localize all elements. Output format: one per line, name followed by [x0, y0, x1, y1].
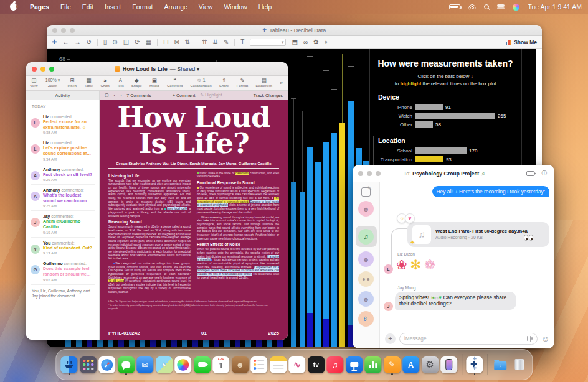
show-me-button[interactable]: Show Me [506, 39, 537, 45]
bar[interactable] [415, 147, 467, 154]
close-button[interactable] [358, 171, 363, 176]
undo-icon[interactable]: ↺ [86, 39, 91, 45]
conversation-trio[interactable]: ☻☻ [358, 271, 374, 287]
comment-item[interactable]: YYou commented:Kind of redundant. Cut?9:… [31, 238, 95, 259]
boxplot-bar[interactable] [339, 123, 345, 347]
text-label-icon[interactable]: T [240, 39, 244, 45]
menu-item-file[interactable]: File [55, 3, 77, 11]
selected-conversation[interactable]: ♫ [356, 226, 377, 247]
pause-icon[interactable]: ◫ [123, 39, 129, 45]
dock-freeform[interactable]: ∿ [288, 356, 305, 373]
dock-downloads[interactable] [491, 356, 508, 373]
boxplot-bar[interactable] [323, 142, 329, 347]
duplicate-icon[interactable]: ⊟ [163, 39, 168, 45]
close-button[interactable] [52, 28, 57, 33]
dock-music[interactable]: ♫ [326, 356, 343, 373]
received-message-bubble[interactable]: Spring vibes! ❧∩♥ Can everyone please sh… [395, 292, 516, 310]
minimize-button[interactable] [40, 67, 45, 72]
tableau-title-bar[interactable]: ✚ Tableau - Decibel Data [47, 25, 542, 36]
boxplot-bar[interactable] [331, 133, 337, 347]
dock-contacts[interactable]: ☻ [232, 356, 249, 373]
dock-calendar[interactable]: APR1 [212, 356, 229, 373]
message-input-field[interactable]: iMessage [399, 333, 538, 345]
dock-facetime[interactable] [194, 356, 211, 373]
menu-clock[interactable]: Tue Apr 1 9:41 AM [528, 3, 582, 11]
menu-app-name[interactable]: Pages [24, 3, 55, 11]
toolbar-chart-button[interactable]: ◕Chart [100, 78, 109, 88]
menu-item-edit[interactable]: Edit [77, 3, 99, 11]
battery-icon[interactable] [449, 4, 460, 9]
tapback-reactions[interactable]: ☼♥ [399, 213, 415, 223]
siri-icon[interactable] [513, 4, 519, 11]
forward-icon[interactable]: → [74, 39, 80, 45]
search-icon[interactable] [484, 4, 489, 9]
dock-launchpad[interactable] [80, 356, 97, 373]
menu-item-window[interactable]: Window [218, 3, 252, 11]
conversation-butterfly[interactable]: ∞ [358, 311, 374, 327]
dock-settings[interactable]: ⚙ [422, 356, 439, 373]
comment-item[interactable]: AAnthony commented:Fact-check on dB leve… [31, 164, 95, 185]
boxplot-bar[interactable] [315, 162, 321, 347]
pages-shared-label[interactable]: — Shared ▾ [170, 66, 200, 72]
window-controls[interactable] [32, 67, 54, 72]
menu-item-insert[interactable]: Insert [99, 3, 126, 11]
analytics-icon[interactable]: ⌖ [324, 39, 328, 46]
fit-selector[interactable]: ▾ [250, 39, 286, 46]
dock-messages[interactable] [118, 356, 135, 373]
tooltip-icon[interactable]: ✿ [313, 39, 318, 45]
eyes-tapback-icon[interactable] [524, 235, 533, 241]
highlight-button[interactable]: ✎ Highlight [200, 93, 222, 98]
back-icon[interactable]: ← [62, 39, 69, 45]
conversation-title[interactable]: Psychology Group Project [412, 170, 479, 177]
dock-tableau[interactable]: ✚✚✚ [466, 356, 483, 373]
wifi-icon[interactable] [468, 4, 476, 10]
dock-finder[interactable] [60, 356, 77, 373]
toolbar-format-button[interactable]: ✎Format [237, 78, 248, 88]
sort-descending-icon[interactable]: ⇊ [213, 39, 218, 45]
window-controls[interactable] [358, 171, 381, 176]
dock-safari[interactable] [98, 356, 115, 373]
toolbar-zoom-button[interactable]: 100% ▾Zoom [45, 78, 60, 88]
bar-row-transportation[interactable]: Transportation93 [372, 156, 519, 163]
bar[interactable] [415, 156, 443, 162]
menu-item-arrange[interactable]: Arrange [158, 3, 192, 11]
toolbar-collaboration-button[interactable]: ☺ 1Collaboration [191, 78, 212, 88]
add-comment-button[interactable]: + Comment [173, 93, 195, 98]
bar-row-school[interactable]: School170 [372, 147, 519, 154]
tapback-icon[interactable]: ♥ [405, 213, 415, 223]
bar-row-iphone[interactable]: iPhone91 [372, 103, 519, 111]
swap-icon[interactable]: ⇅ [185, 39, 190, 45]
dock-keynote[interactable] [346, 356, 363, 373]
next-comment-button[interactable]: › [120, 93, 121, 98]
menu-item-view[interactable]: View [193, 3, 219, 11]
share-icon[interactable]: ∞ [303, 39, 308, 45]
new-worksheet-icon[interactable]: ▦ [146, 39, 151, 45]
boxplot-bar[interactable] [291, 182, 296, 347]
zoom-button[interactable] [70, 28, 75, 33]
save-icon[interactable]: ▯ [103, 39, 107, 45]
sort-ascending-icon[interactable]: ⇈ [202, 39, 207, 45]
toolbar-share-button[interactable]: ⇧Share [219, 78, 229, 88]
facetime-video-icon[interactable] [526, 171, 534, 176]
dock-photos[interactable] [174, 356, 191, 373]
conversation-pink[interactable]: ☻ [358, 201, 374, 217]
boxplot-bar[interactable] [307, 147, 313, 347]
dock-pages[interactable]: ✎ [384, 356, 401, 373]
info-icon[interactable]: ⓘ [542, 170, 548, 177]
toolbar-text-button[interactable]: AText [117, 78, 124, 88]
toolbar-shape-button[interactable]: ◆Shape [131, 78, 142, 88]
prev-comment-button[interactable]: ‹ [114, 93, 115, 98]
toolbar-comment-button[interactable]: ❝Comment [167, 78, 183, 88]
conversation-group-project[interactable]: ♫ [358, 229, 374, 245]
comments-panel-icon[interactable]: ▢ [105, 93, 109, 98]
compose-icon[interactable] [361, 187, 371, 197]
dock-numbers[interactable] [364, 356, 381, 373]
close-button[interactable] [32, 67, 37, 72]
highlighted-text[interactable]: 70 dB LAeq [108, 279, 124, 282]
emoji-picker-icon[interactable]: ☺ [541, 334, 549, 343]
zoom-button[interactable] [376, 171, 381, 176]
bar-row-other[interactable]: Other58 [372, 121, 519, 128]
highlight-icon[interactable]: ✎ [224, 39, 229, 45]
window-controls[interactable] [52, 28, 75, 33]
dock-reminders[interactable] [250, 356, 267, 373]
